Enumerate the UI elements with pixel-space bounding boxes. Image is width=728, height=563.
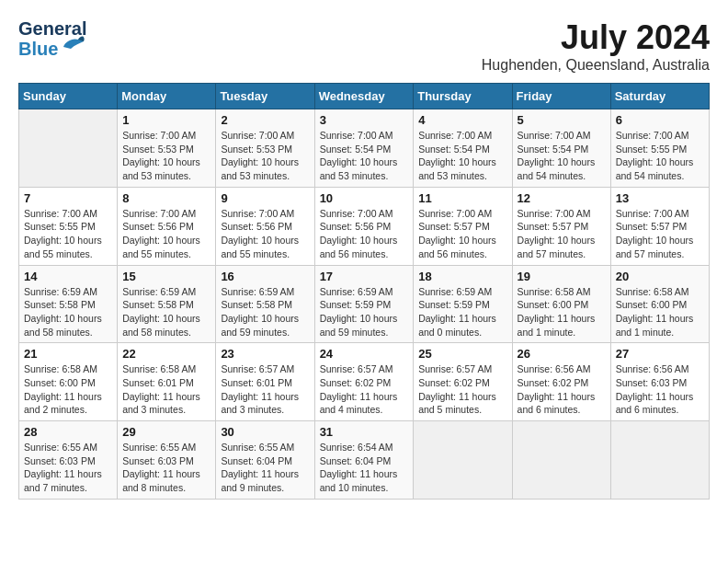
day-info: Sunrise: 6:57 AMSunset: 6:02 PMDaylight:… (320, 362, 409, 417)
calendar-day-cell: 5Sunrise: 7:00 AMSunset: 5:54 PMDaylight… (512, 109, 610, 188)
calendar-day-cell: 29Sunrise: 6:55 AMSunset: 6:03 PMDayligh… (118, 421, 216, 500)
day-info: Sunrise: 6:59 AMSunset: 5:59 PMDaylight:… (418, 285, 506, 339)
calendar-day-cell: 14Sunrise: 6:59 AMSunset: 5:58 PMDayligh… (19, 265, 118, 343)
weekday-header-cell: Monday (118, 84, 216, 109)
day-number: 25 (418, 347, 506, 361)
calendar-day-cell: 18Sunrise: 6:59 AMSunset: 5:59 PMDayligh… (414, 265, 512, 343)
day-info: Sunrise: 7:00 AMSunset: 5:57 PMDaylight:… (418, 207, 506, 261)
day-number: 26 (518, 347, 606, 361)
day-number: 17 (320, 270, 409, 283)
header: General Blue July 2024 Hughenden, Queens… (18, 18, 710, 74)
weekday-header-row: SundayMondayTuesdayWednesdayThursdayFrid… (19, 84, 710, 109)
calendar-day-cell: 16Sunrise: 6:59 AMSunset: 5:58 PMDayligh… (216, 265, 314, 343)
day-info: Sunrise: 6:59 AMSunset: 5:58 PMDaylight:… (122, 285, 210, 339)
day-number: 27 (616, 347, 704, 361)
day-info: Sunrise: 7:00 AMSunset: 5:55 PMDaylight:… (24, 207, 112, 261)
calendar-day-cell: 15Sunrise: 6:59 AMSunset: 5:58 PMDayligh… (118, 265, 216, 343)
calendar-day-cell (414, 421, 512, 500)
location-title: Hughenden, Queensland, Australia (482, 57, 710, 74)
day-info: Sunrise: 6:58 AMSunset: 6:00 PMDaylight:… (616, 285, 704, 339)
calendar-day-cell (19, 109, 118, 188)
day-number: 28 (24, 425, 112, 439)
calendar-day-cell: 8Sunrise: 7:00 AMSunset: 5:56 PMDaylight… (118, 187, 216, 265)
day-info: Sunrise: 6:55 AMSunset: 6:03 PMDaylight:… (24, 441, 112, 495)
day-number: 5 (518, 113, 606, 127)
calendar-day-cell (512, 421, 610, 500)
weekday-header-cell: Thursday (414, 84, 512, 109)
calendar-day-cell: 12Sunrise: 7:00 AMSunset: 5:57 PMDayligh… (512, 187, 610, 265)
day-info: Sunrise: 6:59 AMSunset: 5:59 PMDaylight:… (320, 285, 409, 339)
day-info: Sunrise: 6:56 AMSunset: 6:03 PMDaylight:… (616, 362, 704, 417)
day-number: 2 (221, 113, 309, 127)
day-number: 10 (320, 191, 409, 205)
day-info: Sunrise: 7:00 AMSunset: 5:56 PMDaylight:… (221, 207, 309, 261)
day-number: 11 (418, 191, 506, 205)
day-number: 18 (418, 270, 506, 283)
calendar-day-cell: 23Sunrise: 6:57 AMSunset: 6:01 PMDayligh… (216, 343, 314, 421)
day-number: 23 (221, 347, 309, 361)
day-number: 1 (122, 113, 210, 127)
calendar-day-cell: 22Sunrise: 6:58 AMSunset: 6:01 PMDayligh… (118, 343, 216, 421)
calendar-day-cell: 31Sunrise: 6:54 AMSunset: 6:04 PMDayligh… (314, 421, 414, 500)
calendar-day-cell: 27Sunrise: 6:56 AMSunset: 6:03 PMDayligh… (610, 343, 709, 421)
calendar-body: 1Sunrise: 7:00 AMSunset: 5:53 PMDaylight… (19, 109, 710, 500)
logo-bird-icon (60, 34, 85, 54)
day-number: 22 (122, 347, 210, 361)
calendar-day-cell: 7Sunrise: 7:00 AMSunset: 5:55 PMDaylight… (19, 187, 118, 265)
day-info: Sunrise: 6:58 AMSunset: 6:00 PMDaylight:… (518, 285, 606, 339)
day-info: Sunrise: 6:59 AMSunset: 5:58 PMDaylight:… (24, 285, 112, 339)
calendar-day-cell: 3Sunrise: 7:00 AMSunset: 5:54 PMDaylight… (314, 109, 414, 188)
calendar-day-cell: 4Sunrise: 7:00 AMSunset: 5:54 PMDaylight… (414, 109, 512, 188)
calendar-week-row: 28Sunrise: 6:55 AMSunset: 6:03 PMDayligh… (19, 421, 710, 500)
weekday-header-cell: Sunday (19, 84, 118, 109)
calendar: SundayMondayTuesdayWednesdayThursdayFrid… (18, 83, 710, 500)
logo: General Blue (18, 18, 86, 59)
calendar-day-cell: 21Sunrise: 6:58 AMSunset: 6:00 PMDayligh… (19, 343, 118, 421)
calendar-week-row: 21Sunrise: 6:58 AMSunset: 6:00 PMDayligh… (19, 343, 710, 421)
day-info: Sunrise: 6:54 AMSunset: 6:04 PMDaylight:… (320, 441, 409, 495)
calendar-day-cell: 20Sunrise: 6:58 AMSunset: 6:00 PMDayligh… (610, 265, 709, 343)
weekday-header-cell: Saturday (610, 84, 709, 109)
day-info: Sunrise: 6:58 AMSunset: 6:00 PMDaylight:… (24, 362, 112, 417)
calendar-day-cell: 11Sunrise: 7:00 AMSunset: 5:57 PMDayligh… (414, 187, 512, 265)
day-info: Sunrise: 7:00 AMSunset: 5:56 PMDaylight:… (122, 207, 210, 261)
calendar-day-cell: 28Sunrise: 6:55 AMSunset: 6:03 PMDayligh… (19, 421, 118, 500)
calendar-day-cell: 24Sunrise: 6:57 AMSunset: 6:02 PMDayligh… (314, 343, 414, 421)
day-number: 31 (320, 425, 409, 439)
calendar-day-cell: 1Sunrise: 7:00 AMSunset: 5:53 PMDaylight… (118, 109, 216, 188)
day-number: 4 (418, 113, 506, 127)
day-info: Sunrise: 7:00 AMSunset: 5:54 PMDaylight:… (518, 129, 606, 183)
day-info: Sunrise: 6:57 AMSunset: 6:01 PMDaylight:… (221, 362, 309, 417)
calendar-day-cell: 17Sunrise: 6:59 AMSunset: 5:59 PMDayligh… (314, 265, 414, 343)
calendar-day-cell (610, 421, 709, 500)
day-number: 15 (122, 270, 210, 283)
calendar-week-row: 14Sunrise: 6:59 AMSunset: 5:58 PMDayligh… (19, 265, 710, 343)
day-info: Sunrise: 6:58 AMSunset: 6:01 PMDaylight:… (122, 362, 210, 417)
weekday-header-cell: Wednesday (314, 84, 414, 109)
calendar-day-cell: 19Sunrise: 6:58 AMSunset: 6:00 PMDayligh… (512, 265, 610, 343)
weekday-header-cell: Tuesday (216, 84, 314, 109)
day-number: 19 (518, 270, 606, 283)
calendar-day-cell: 6Sunrise: 7:00 AMSunset: 5:55 PMDaylight… (610, 109, 709, 188)
day-info: Sunrise: 7:00 AMSunset: 5:56 PMDaylight:… (320, 207, 409, 261)
logo-name: General Blue (18, 18, 86, 59)
day-info: Sunrise: 6:56 AMSunset: 6:02 PMDaylight:… (518, 362, 606, 417)
calendar-day-cell: 26Sunrise: 6:56 AMSunset: 6:02 PMDayligh… (512, 343, 610, 421)
month-title: July 2024 (482, 18, 710, 57)
day-info: Sunrise: 6:55 AMSunset: 6:04 PMDaylight:… (221, 441, 309, 495)
day-info: Sunrise: 7:00 AMSunset: 5:57 PMDaylight:… (518, 207, 606, 261)
logo-blue: Blue (18, 39, 58, 59)
day-info: Sunrise: 7:00 AMSunset: 5:54 PMDaylight:… (418, 129, 506, 183)
day-info: Sunrise: 7:00 AMSunset: 5:53 PMDaylight:… (122, 129, 210, 183)
day-number: 3 (320, 113, 409, 127)
calendar-day-cell: 13Sunrise: 7:00 AMSunset: 5:57 PMDayligh… (610, 187, 709, 265)
day-info: Sunrise: 6:55 AMSunset: 6:03 PMDaylight:… (122, 441, 210, 495)
day-info: Sunrise: 6:59 AMSunset: 5:58 PMDaylight:… (221, 285, 309, 339)
calendar-day-cell: 30Sunrise: 6:55 AMSunset: 6:04 PMDayligh… (216, 421, 314, 500)
day-number: 7 (24, 191, 112, 205)
day-info: Sunrise: 7:00 AMSunset: 5:54 PMDaylight:… (320, 129, 409, 183)
day-number: 9 (221, 191, 309, 205)
weekday-header-cell: Friday (512, 84, 610, 109)
calendar-week-row: 1Sunrise: 7:00 AMSunset: 5:53 PMDaylight… (19, 109, 710, 188)
day-number: 8 (122, 191, 210, 205)
